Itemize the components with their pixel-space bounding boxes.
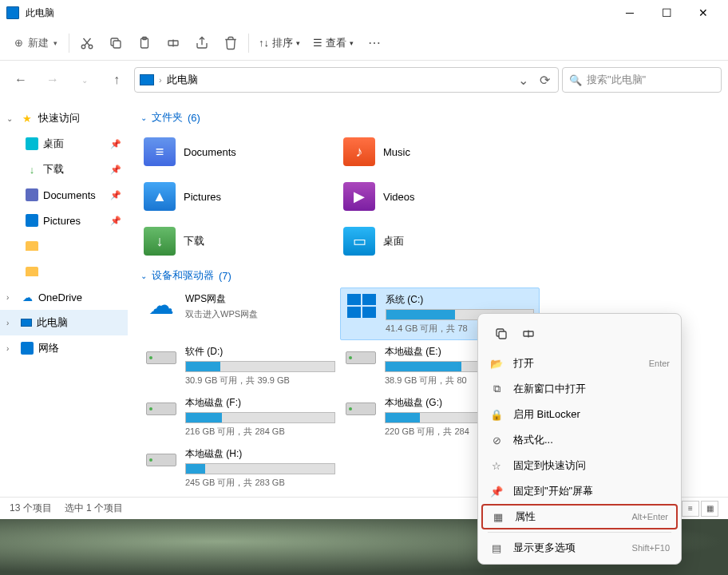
- ctx-pin-start[interactable]: 📌 固定到"开始"屏幕: [481, 478, 678, 504]
- back-button[interactable]: ←: [6, 65, 35, 94]
- titlebar: 此电脑 ─ ☐ ✕: [0, 0, 728, 26]
- address-dropdown[interactable]: ⌄: [515, 73, 532, 88]
- forward-button[interactable]: →: [38, 65, 67, 94]
- folder-icon: [26, 241, 38, 251]
- sidebar-folder-2[interactable]: [0, 259, 128, 284]
- star-icon: ★: [21, 112, 34, 125]
- maximize-button[interactable]: ☐: [648, 0, 685, 26]
- search-input[interactable]: 🔍 搜索"此电脑": [562, 67, 722, 93]
- paste-button[interactable]: [130, 29, 159, 58]
- share-button[interactable]: [188, 29, 216, 58]
- properties-icon: ▦: [491, 511, 505, 523]
- close-button[interactable]: ✕: [685, 0, 722, 26]
- more-button[interactable]: ⋯: [360, 29, 389, 58]
- address-bar[interactable]: › 此电脑 ⌄ ⟳: [134, 67, 559, 93]
- pin-icon: 📌: [110, 165, 121, 175]
- up-button[interactable]: ↑: [102, 65, 131, 94]
- sidebar-desktop[interactable]: 桌面 📌: [0, 131, 128, 157]
- drive-h[interactable]: 本地磁盘 (H:) 245 GB 可用，共 283 GB: [140, 442, 340, 494]
- pin-icon: 📌: [110, 216, 121, 226]
- sidebar-pictures[interactable]: Pictures 📌: [0, 208, 128, 233]
- folder-label: Videos: [383, 191, 415, 203]
- folders-section-header[interactable]: ⌄ 文件夹 (6): [140, 105, 715, 129]
- breadcrumb-separator: ›: [159, 75, 162, 85]
- folder-label: Pictures: [184, 191, 221, 203]
- folder-icon: ▶: [343, 182, 375, 211]
- sidebar-folder-1[interactable]: [0, 233, 128, 259]
- recent-dropdown[interactable]: ⌄: [70, 65, 99, 94]
- folder-label: Documents: [184, 146, 236, 158]
- hdd-icon: [345, 396, 377, 422]
- item-count: 13 个项目: [10, 502, 52, 515]
- window-title: 此电脑: [26, 6, 611, 20]
- desktop-icon: [26, 137, 38, 150]
- folder-videos[interactable]: ▶Videos: [340, 174, 540, 219]
- folder-桌面[interactable]: ▭桌面: [340, 219, 540, 264]
- sort-button[interactable]: ↑↓ 排序 ▾: [252, 36, 307, 50]
- sort-icon: ↑↓: [259, 37, 269, 49]
- storage-bar: [185, 361, 335, 372]
- ctx-properties[interactable]: ▦ 属性 Alt+Enter: [481, 504, 678, 529]
- svg-rect-2: [113, 41, 121, 48]
- svg-rect-6: [499, 331, 506, 339]
- chevron-down-icon: ⌄: [140, 272, 147, 280]
- cut-button[interactable]: [73, 29, 101, 58]
- folder-icon: ♪: [343, 137, 375, 166]
- folder-music[interactable]: ♪Music: [340, 129, 540, 174]
- app-icon: [6, 6, 19, 19]
- rename-button[interactable]: [159, 29, 188, 58]
- sidebar-quick-access[interactable]: ⌄ ★ 快速访问: [0, 105, 128, 131]
- format-icon: ⊘: [489, 434, 504, 446]
- ctx-more-options[interactable]: ▤ 显示更多选项 Shift+F10: [481, 535, 678, 561]
- drive-d[interactable]: 软件 (D:) 30.9 GB 可用，共 39.9 GB: [140, 340, 340, 391]
- context-menu: 📂 打开 Enter ⧉ 在新窗口中打开 🔒 启用 BitLocker ⊘ 格式…: [477, 313, 682, 565]
- folder-icon: ≡: [144, 137, 176, 166]
- folder-pictures[interactable]: ▲Pictures: [140, 174, 340, 219]
- drive-wps[interactable]: ☁ WPS网盘 双击进入WPS网盘: [140, 288, 340, 340]
- rename-icon[interactable]: [516, 322, 540, 346]
- download-icon: ↓: [26, 163, 38, 176]
- ctx-bitlocker[interactable]: 🔒 启用 BitLocker: [481, 402, 678, 427]
- chevron-right-icon: ›: [6, 293, 16, 302]
- new-window-icon: ⧉: [489, 383, 504, 395]
- copy-icon[interactable]: [489, 322, 513, 346]
- windows-drive-icon: [346, 293, 378, 319]
- new-button[interactable]: ⊕ 新建 ▾: [6, 33, 65, 54]
- folder-documents[interactable]: ≡Documents: [140, 129, 340, 174]
- pin-start-icon: 📌: [489, 486, 504, 498]
- drives-section-header[interactable]: ⌄ 设备和驱动器 (7): [140, 264, 715, 288]
- sidebar-documents[interactable]: Documents 📌: [0, 182, 128, 208]
- pc-icon: [21, 319, 32, 327]
- ctx-format[interactable]: ⊘ 格式化...: [481, 427, 678, 453]
- folder-icon: ▲: [144, 182, 176, 211]
- ctx-pin-quick[interactable]: ☆ 固定到快速访问: [481, 453, 678, 478]
- delete-button[interactable]: [216, 29, 245, 58]
- folder-icon: ↓: [144, 227, 176, 256]
- chevron-right-icon: ›: [6, 319, 16, 327]
- plus-icon: ⊕: [14, 37, 23, 49]
- breadcrumb-path[interactable]: 此电脑: [167, 73, 510, 87]
- cloud-icon: ☁: [145, 292, 177, 318]
- details-view-button[interactable]: ≡: [682, 501, 699, 517]
- view-button[interactable]: ☰ 查看 ▾: [307, 36, 360, 50]
- chevron-down-icon: ⌄: [6, 114, 16, 123]
- ctx-open[interactable]: 📂 打开 Enter: [481, 351, 678, 376]
- network-icon: [21, 342, 34, 355]
- chevron-down-icon: ⌄: [140, 113, 147, 122]
- sidebar-downloads[interactable]: ↓ 下载 📌: [0, 157, 128, 182]
- storage-bar: [185, 463, 335, 474]
- folder-下载[interactable]: ↓下载: [140, 219, 340, 264]
- drive-f[interactable]: 本地磁盘 (F:) 216 GB 可用，共 284 GB: [140, 391, 340, 442]
- sidebar-this-pc[interactable]: › 此电脑: [0, 310, 128, 335]
- minimize-button[interactable]: ─: [611, 0, 648, 26]
- refresh-button[interactable]: ⟳: [536, 73, 553, 88]
- pin-icon: 📌: [110, 190, 121, 200]
- tiles-view-button[interactable]: ▦: [701, 501, 718, 517]
- ctx-new-window[interactable]: ⧉ 在新窗口中打开: [481, 376, 678, 402]
- sidebar-network[interactable]: › 网络: [0, 335, 128, 361]
- folder-label: 桌面: [383, 234, 404, 248]
- sidebar-onedrive[interactable]: › ☁ OneDrive: [0, 284, 128, 310]
- folder-icon: ▭: [343, 227, 375, 256]
- copy-button[interactable]: [101, 29, 130, 58]
- pictures-icon: [26, 214, 38, 227]
